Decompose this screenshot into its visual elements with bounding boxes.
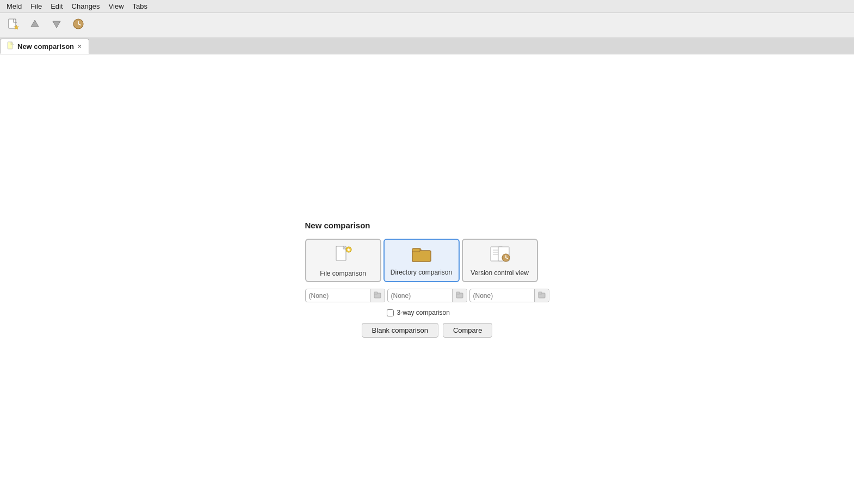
menu-file[interactable]: File — [26, 1, 46, 11]
file-comparison-button[interactable]: File comparison — [305, 239, 381, 282]
threeway-checkbox[interactable] — [387, 309, 394, 316]
new-comparison-panel: New comparison File comparison — [305, 221, 549, 338]
svg-rect-31 — [539, 292, 542, 294]
version-control-label: Version control view — [471, 269, 529, 277]
dir-path-input-wrap — [387, 289, 467, 302]
up-arrow-icon — [29, 18, 41, 33]
input-row — [305, 289, 549, 302]
tab-label: New comparison — [17, 42, 74, 51]
threeway-row: 3-way comparison — [387, 309, 450, 316]
comparison-type-selector: File comparison Directory comparison — [305, 239, 538, 282]
file-browse-button[interactable] — [370, 289, 385, 302]
svg-marker-2 — [31, 20, 39, 27]
file-path-input-wrap — [305, 289, 385, 302]
directory-comparison-icon — [411, 245, 432, 265]
menu-tabs[interactable]: Tabs — [128, 1, 152, 11]
svg-rect-16 — [412, 251, 431, 262]
vcs-browse-icon — [538, 291, 546, 300]
info-toolbar-button[interactable] — [69, 16, 88, 35]
menu-changes[interactable]: Changes — [67, 1, 104, 11]
vcs-path-input-wrap — [469, 289, 549, 302]
directory-comparison-button[interactable]: Directory comparison — [383, 239, 460, 282]
tabbar: New comparison × — [0, 38, 854, 54]
action-buttons-row: Blank comparison Compare — [305, 323, 549, 338]
down-arrow-icon — [51, 18, 63, 33]
browse-icon — [374, 291, 381, 300]
down-toolbar-button[interactable] — [47, 16, 66, 35]
version-control-icon — [490, 245, 510, 266]
new-icon — [7, 17, 20, 33]
svg-marker-3 — [53, 21, 60, 28]
dir-path-input[interactable] — [388, 290, 452, 302]
panel-title: New comparison — [305, 221, 370, 230]
tab-document-icon — [7, 41, 15, 52]
version-control-button[interactable]: Version control view — [462, 239, 538, 282]
clock-icon — [72, 18, 84, 33]
dir-browse-button[interactable] — [452, 289, 467, 302]
main-content: New comparison File comparison — [0, 54, 854, 504]
menu-meld[interactable]: Meld — [2, 1, 26, 11]
menu-edit[interactable]: Edit — [46, 1, 67, 11]
menu-view[interactable]: View — [104, 1, 128, 11]
vcs-browse-button[interactable] — [534, 289, 549, 302]
menubar: Meld File Edit Changes View Tabs — [0, 0, 854, 13]
new-comparison-tab[interactable]: New comparison × — [0, 39, 89, 54]
toolbar — [0, 13, 854, 38]
file-comparison-label: File comparison — [320, 270, 366, 277]
svg-rect-29 — [456, 292, 460, 294]
threeway-label[interactable]: 3-way comparison — [397, 309, 450, 316]
tab-close-button[interactable]: × — [77, 43, 82, 49]
up-toolbar-button[interactable] — [25, 16, 45, 35]
dir-browse-icon — [456, 291, 463, 300]
file-comparison-icon — [333, 244, 353, 266]
svg-rect-27 — [374, 292, 378, 294]
compare-button[interactable]: Compare — [443, 323, 492, 338]
file-path-input[interactable] — [306, 290, 370, 302]
vcs-path-input[interactable] — [470, 290, 534, 302]
directory-comparison-label: Directory comparison — [391, 269, 452, 276]
new-toolbar-button[interactable] — [3, 16, 23, 35]
blank-comparison-button[interactable]: Blank comparison — [362, 323, 438, 338]
svg-rect-17 — [412, 248, 420, 252]
